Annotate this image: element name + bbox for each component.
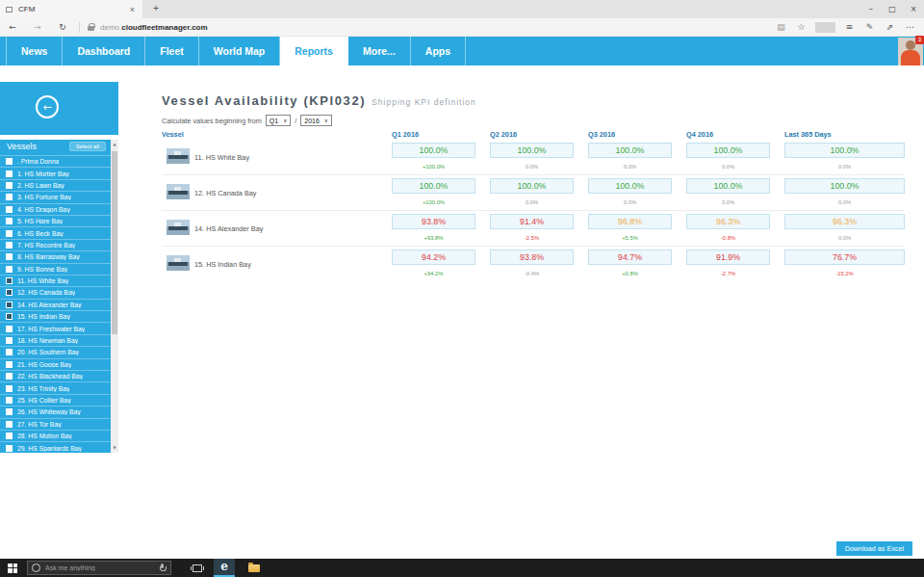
checkbox-icon[interactable] bbox=[6, 170, 13, 177]
web-note-icon[interactable]: ✎ bbox=[860, 22, 880, 32]
nav-tab-reports[interactable]: Reports bbox=[280, 37, 348, 66]
share-icon[interactable]: ⇗ bbox=[880, 22, 900, 32]
sidebar-item-3-hs-fortune-bay[interactable]: 3. HS Fortune Bay bbox=[0, 191, 111, 202]
checkbox-icon[interactable] bbox=[6, 158, 13, 165]
kpi-value-box: 76.7% bbox=[784, 249, 905, 265]
browser-back-button[interactable]: ← bbox=[0, 22, 25, 32]
scroll-up-icon[interactable]: ▲ bbox=[111, 140, 118, 149]
checkbox-icon[interactable] bbox=[6, 421, 13, 428]
sidebar-item-8-hs-barrasway-bay[interactable]: 8. HS Barrasway Bay bbox=[0, 250, 111, 262]
url-text[interactable]: demo.cloudfleetmanager.com bbox=[100, 23, 208, 32]
table-body: 11. HS White Bay100.0%+100.0%100.0%0.0%1… bbox=[162, 140, 905, 282]
kpi-delta: 0.0% bbox=[588, 164, 672, 170]
back-button[interactable]: ← bbox=[36, 95, 59, 118]
column-header-q4-2016: Q4 2016 bbox=[686, 130, 713, 139]
checkbox-icon[interactable] bbox=[6, 218, 13, 224]
sidebar-item-17-hs-freshwater-bay[interactable]: 17. HS Freshwater Bay bbox=[0, 322, 111, 333]
lock-icon[interactable] bbox=[88, 23, 94, 32]
checkbox-icon[interactable] bbox=[6, 253, 13, 260]
sidebar-item-9-hs-bonne-bay[interactable]: 9. HS Bonne Bay bbox=[0, 263, 111, 275]
window-close-button[interactable]: × bbox=[903, 0, 924, 18]
checkbox-icon[interactable] bbox=[6, 302, 13, 308]
checkbox-icon[interactable] bbox=[6, 206, 13, 213]
checkbox-icon[interactable] bbox=[6, 326, 13, 332]
sidebar-item-4-hs-dragon-bay[interactable]: 4. HS Dragon Bay bbox=[0, 203, 111, 215]
window-maximize-button[interactable]: □ bbox=[882, 0, 903, 18]
checkbox-icon[interactable] bbox=[6, 385, 13, 392]
scrollbar-thumb[interactable] bbox=[112, 151, 117, 334]
nav-tab-world-map[interactable]: World Map bbox=[199, 37, 280, 66]
tab-close-icon[interactable]: × bbox=[128, 5, 137, 14]
window-minimize-button[interactable]: – bbox=[860, 0, 882, 18]
checkbox-icon[interactable] bbox=[6, 433, 13, 439]
checkbox-icon[interactable] bbox=[6, 445, 13, 452]
checkbox-icon[interactable] bbox=[6, 408, 13, 415]
sidebar-item-27-hs-tor-bay[interactable]: 27. HS Tor Bay bbox=[0, 418, 111, 430]
sidebar-item-18-hs-newman-bay[interactable]: 18. HS Newman Bay bbox=[0, 334, 111, 346]
checkbox-icon[interactable] bbox=[6, 230, 13, 237]
sidebar-item-20-hs-southern-bay[interactable]: 20. HS Southern Bay bbox=[0, 346, 111, 357]
checkbox-icon[interactable] bbox=[6, 349, 13, 355]
checkbox-icon[interactable] bbox=[6, 242, 13, 249]
nav-tab-apps[interactable]: Apps bbox=[411, 37, 466, 66]
nav-tab-dashboard[interactable]: Dashboard bbox=[63, 37, 145, 66]
sidebar-item-15-hs-indian-bay[interactable]: 15. HS Indian Bay bbox=[0, 310, 111, 322]
checkbox-icon[interactable] bbox=[6, 397, 13, 404]
year-select[interactable]: 2016 ∨ bbox=[300, 115, 332, 126]
sidebar-scrollbar[interactable]: ▲ ▼ bbox=[111, 140, 118, 453]
sidebar-item-28-hs-motion-bay[interactable]: 28. HS Motion Bay bbox=[0, 430, 111, 441]
browser-forward-button[interactable]: → bbox=[25, 22, 50, 32]
checkbox-icon[interactable] bbox=[6, 337, 13, 344]
sidebar-item-29-hs-spaniards-bay[interactable]: 29. HS Spaniards Bay bbox=[0, 441, 111, 453]
sidebar-item-23-hs-trinity-bay[interactable]: 23. HS Trinity Bay bbox=[0, 381, 111, 393]
browser-refresh-button[interactable]: ↻ bbox=[50, 22, 75, 32]
kpi-delta: 0.0% bbox=[784, 235, 905, 241]
nav-tab-news[interactable]: News bbox=[6, 37, 63, 66]
select-all-button[interactable]: Select all bbox=[69, 142, 106, 151]
scroll-down-icon[interactable]: ▼ bbox=[111, 443, 118, 453]
kpi-value-box: 100.0% bbox=[686, 178, 770, 194]
checkbox-icon[interactable] bbox=[6, 373, 13, 380]
more-options-icon[interactable]: ⋯ bbox=[900, 22, 920, 32]
sidebar-item-1-hs-mortier-bay[interactable]: 1. HS Mortier Bay bbox=[0, 167, 111, 178]
microphone-icon[interactable] bbox=[160, 564, 165, 572]
checkbox-icon[interactable] bbox=[6, 313, 13, 320]
browser-tab[interactable]: CFM × bbox=[0, 0, 142, 18]
sidebar-item-26-hs-whiteway-bay[interactable]: 26. HS Whiteway Bay bbox=[0, 406, 111, 417]
nav-tab-fleet[interactable]: Fleet bbox=[145, 37, 199, 66]
checkbox-icon[interactable] bbox=[6, 266, 13, 273]
sidebar-item-21-hs-goose-bay[interactable]: 21. HS Goose Bay bbox=[0, 358, 111, 370]
sidebar-item-6-hs-beck-bay[interactable]: 6. HS Beck Bay bbox=[0, 226, 111, 238]
kpi-delta: +100.0% bbox=[392, 164, 475, 170]
download-excel-button[interactable]: Download as Excel bbox=[836, 541, 912, 556]
sidebar-item-7-hs-recontre-bay[interactable]: 7. HS Recontre Bay bbox=[0, 239, 111, 250]
kpi-value-box: 94.7% bbox=[588, 249, 672, 265]
checkbox-icon[interactable] bbox=[6, 182, 13, 189]
start-button[interactable] bbox=[0, 559, 25, 577]
quarter-select[interactable]: Q1 ∨ bbox=[266, 115, 291, 126]
hub-icon[interactable]: ≡ bbox=[839, 22, 860, 32]
task-view-button[interactable] bbox=[192, 564, 202, 572]
checkbox-icon[interactable] bbox=[6, 277, 13, 284]
favorites-star-icon[interactable]: ☆ bbox=[791, 22, 811, 32]
new-tab-button[interactable]: + bbox=[147, 0, 165, 18]
sidebar-item-14-hs-alexander-bay[interactable]: 14. HS Alexander Bay bbox=[0, 299, 111, 310]
file-explorer-button[interactable] bbox=[248, 564, 260, 572]
sidebar-item-22-hs-blackhead-bay[interactable]: 22. HS Blackhead Bay bbox=[0, 370, 111, 381]
cortana-search-box[interactable]: Ask me anything bbox=[27, 561, 171, 575]
user-avatar[interactable]: 3 bbox=[898, 38, 923, 66]
checkbox-icon[interactable] bbox=[6, 361, 13, 368]
sidebar-item-25-hs-collier-bay[interactable]: 25. HS Collier Bay bbox=[0, 394, 111, 406]
nav-tab-more[interactable]: More... bbox=[348, 37, 411, 66]
sidebar-item-12-hs-canada-bay[interactable]: 12. HS Canada Bay bbox=[0, 286, 111, 298]
vessel-label: 18. HS Newman Bay bbox=[17, 337, 78, 344]
page-title: Vessel Availability (KPI032)Shipping KPI… bbox=[162, 93, 476, 108]
sidebar-item-2-hs-lawn-bay[interactable]: 2. HS Lawn Bay bbox=[0, 179, 111, 191]
checkbox-icon[interactable] bbox=[6, 194, 13, 200]
edge-taskbar-button[interactable]: e bbox=[214, 559, 235, 577]
sidebar-item-5-hs-hare-bay[interactable]: 5. HS Hare Bay bbox=[0, 215, 111, 226]
sidebar-item-prima-donna[interactable]: . Prima Donna bbox=[0, 155, 111, 167]
sidebar-item-11-hs-white-bay[interactable]: 11. HS White Bay bbox=[0, 275, 111, 286]
reading-view-icon[interactable]: ▤ bbox=[771, 22, 791, 32]
checkbox-icon[interactable] bbox=[6, 289, 13, 296]
